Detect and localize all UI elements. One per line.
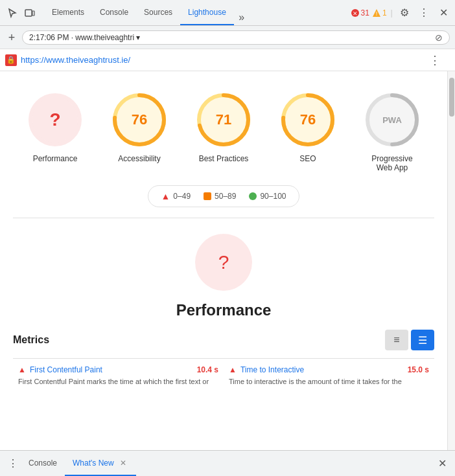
new-tab-button[interactable]: + [5,31,18,44]
metrics-list-view-button[interactable]: ≡ [385,330,408,350]
scrollbar-track[interactable] [447,71,455,450]
bottom-tab-console-label: Console [29,459,57,468]
scores-section: ? Performance 76 Accessibility [13,84,434,185]
stop-icon: ⊘ [435,32,443,43]
score-performance: ? Performance [26,91,84,163]
devtools-panel-icons [4,5,38,21]
best-practices-label: Best Practices [199,154,249,163]
lighthouse-panel: ? Performance 76 Accessibility [0,71,447,450]
performance-detail-circle: ? [191,230,256,295]
legend-average-range: 50–89 [215,192,236,201]
pwa-circle: PWA [363,91,421,149]
metrics-section: Metrics ≡ ☰ ▲ First Contentful Paint 10.… [13,330,434,393]
tab-lighthouse[interactable]: Lighthouse [180,0,234,25]
metrics-grid-view-button[interactable]: ☰ [411,330,434,350]
scrollbar-thumb[interactable] [449,78,454,117]
url-link[interactable]: https://www.theiveaghtrust.ie/ [21,55,130,65]
pwa-score: PWA [382,115,402,125]
seo-score: 76 [300,111,316,128]
legend-pass-icon [249,192,257,200]
devtools-topbar: Elements Console Sources Lighthouse » ✕ … [0,0,455,26]
legend-average-icon [204,192,211,200]
legend-pass-range: 90–100 [260,192,286,201]
tab-sources[interactable]: Sources [136,0,180,25]
bottom-tab-whats-new-label: What's New [73,459,114,468]
performance-detail-title: Performance [176,301,272,319]
warn-badge: ! 1 [372,8,387,17]
metric-tti-value: 15.0 s [408,365,429,374]
legend-fail-icon: ▲ [161,191,170,201]
more-options-icon[interactable]: ⋮ [416,5,432,21]
seo-circle: 76 [279,91,337,149]
main-content-area: ? Performance 76 Accessibility [0,71,455,450]
svg-rect-0 [25,10,32,16]
devtools-right-controls: ✕ 31 ! 1 | ⚙ ⋮ ✕ [351,5,451,21]
metric-fcp-value: 10.4 s [197,365,218,374]
tab-elements[interactable]: Elements [44,0,92,25]
close-devtools-button[interactable]: ✕ [436,5,451,21]
address-bar: + 2:17:06 PM · www.theiveaghtri ▾ ⊘ [0,26,455,49]
settings-icon[interactable]: ⚙ [397,5,412,21]
svg-rect-1 [32,11,34,16]
performance-detail-score: ? [218,251,229,273]
accessibility-score: 76 [132,111,147,128]
svg-text:✕: ✕ [353,10,358,17]
tab-console[interactable]: Console [92,0,136,25]
seo-label: SEO [299,154,316,163]
svg-text:!: ! [376,10,378,17]
accessibility-label: Accessibility [118,154,160,163]
score-seo: 76 SEO [279,91,337,163]
accessibility-circle: 76 [110,91,169,149]
performance-detail-section: ? Performance Metrics ≡ ☰ ▲ [13,223,434,400]
url-more-icon[interactable]: ⋮ [429,53,441,67]
metric-fcp-desc: First Contentful Paint marks the time at… [18,377,218,387]
best-practices-score: 71 [216,111,231,128]
score-pwa: PWA Progressive Web App [363,91,421,172]
legend-fail-range: 0–49 [173,192,191,201]
metrics-view-toggle: ≡ ☰ [385,330,434,350]
performance-circle: ? [26,91,84,149]
metrics-header: Metrics ≡ ☰ [13,330,434,350]
bottom-tab-console[interactable]: Console [21,451,65,476]
bottom-dots-icon[interactable]: ⋮ [5,456,21,471]
score-accessibility: 76 Accessibility [110,91,169,163]
best-practices-circle: 71 [194,91,253,149]
metric-fcp-warn-icon: ▲ [18,365,26,374]
metric-tti-name: Time to Interactive [240,365,304,374]
metrics-grid: ▲ First Contentful Paint 10.4 s First Co… [13,358,434,393]
metric-fcp: ▲ First Contentful Paint 10.4 s First Co… [13,358,224,393]
metric-tti-desc: Time to interactive is the amount of tim… [229,377,429,387]
device-toggle-icon[interactable] [22,5,38,21]
metric-tti-warn-icon: ▲ [229,365,237,374]
address-text: 2:17:06 PM · www.theiveaghtri ▾ [29,33,140,42]
legend-fail: ▲ 0–49 [161,191,191,201]
url-bar: 🔒 https://www.theiveaghtrust.ie/ ⋮ [0,49,455,71]
bottom-tabbar: ⋮ Console What's New ✕ ✕ [0,450,455,476]
url-input[interactable]: 2:17:06 PM · www.theiveaghtri ▾ ⊘ [22,30,450,45]
metric-fcp-name: First Contentful Paint [30,365,102,374]
metric-tti: ▲ Time to Interactive 15.0 s Time to int… [224,358,434,393]
error-warning-badge: ✕ 31 ! 1 [351,8,387,17]
pwa-label: Progressive Web App [363,154,421,172]
error-badge: ✕ 31 [351,8,369,17]
metrics-title: Metrics [13,334,49,346]
legend-pass: 90–100 [249,192,286,201]
score-best-practices: 71 Best Practices [194,91,253,163]
tab-close-whats-new[interactable]: ✕ [118,458,128,468]
cursor-icon[interactable] [4,5,19,21]
bottom-tab-whats-new[interactable]: What's New ✕ [65,451,136,476]
score-legend: ▲ 0–49 50–89 90–100 [148,185,300,207]
bottom-close-button[interactable]: ✕ [434,456,450,471]
devtools-tabs: Elements Console Sources Lighthouse » [44,0,348,25]
metric-fcp-header: ▲ First Contentful Paint 10.4 s [18,365,218,374]
performance-label: Performance [33,154,78,163]
performance-score: ? [49,109,60,130]
metric-tti-header: ▲ Time to Interactive 15.0 s [229,365,429,374]
more-tabs-icon[interactable]: » [234,10,250,25]
legend-average: 50–89 [204,192,236,201]
section-divider [13,218,434,218]
site-favicon: 🔒 [5,54,17,66]
